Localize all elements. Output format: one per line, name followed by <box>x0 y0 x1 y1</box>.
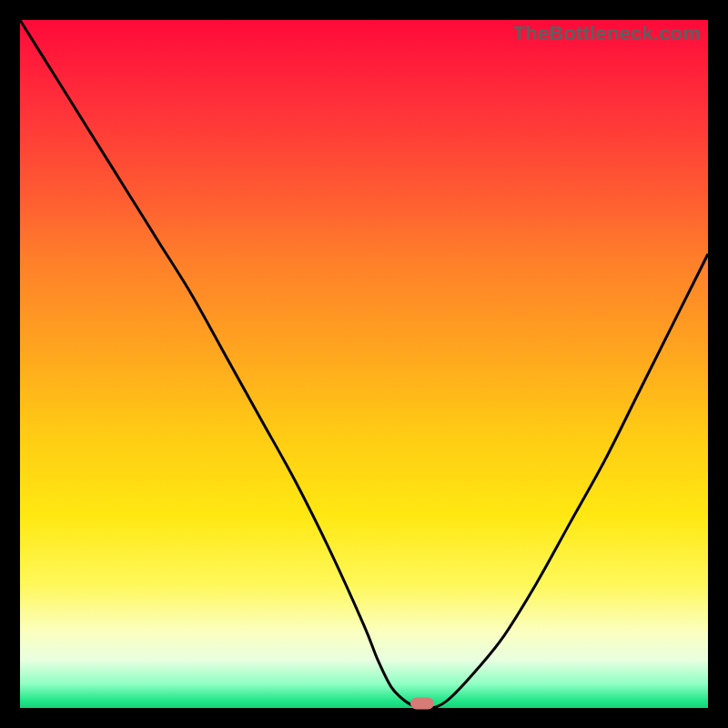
optimum-marker <box>410 698 434 710</box>
plot-area: TheBottleneck.com <box>20 20 708 708</box>
chart-frame: TheBottleneck.com <box>0 0 728 728</box>
curve-path <box>20 20 708 708</box>
bottleneck-curve <box>20 20 708 708</box>
